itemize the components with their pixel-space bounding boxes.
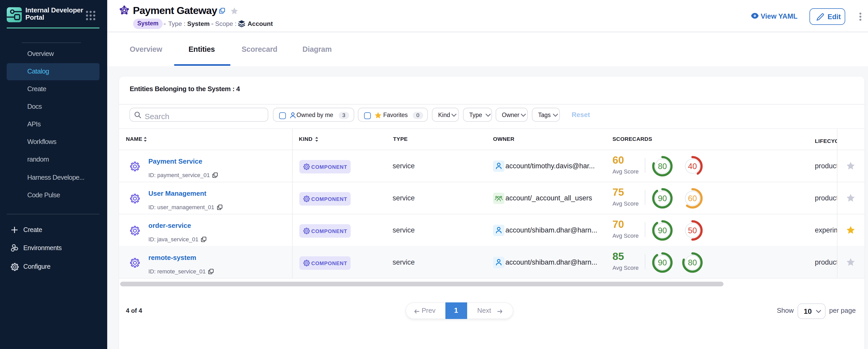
svg-text:60: 60	[688, 194, 696, 203]
svg-text:40: 40	[688, 162, 696, 171]
svg-text:90: 90	[658, 226, 666, 235]
svg-text:50: 50	[688, 226, 696, 235]
svg-text:80: 80	[688, 258, 696, 267]
svg-text:90: 90	[658, 258, 666, 267]
svg-text:90: 90	[658, 194, 666, 203]
svg-text:80: 80	[658, 162, 666, 171]
